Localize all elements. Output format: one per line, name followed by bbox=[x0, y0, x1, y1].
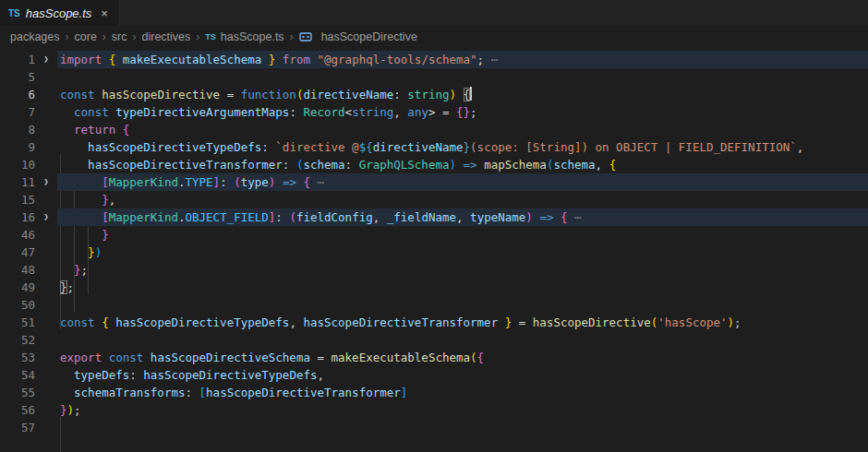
code-line[interactable]: 11❯ [MapperKind.TYPE]: (type) => { ⋯ bbox=[0, 173, 868, 191]
fold-gutter bbox=[35, 296, 57, 314]
code-text bbox=[57, 68, 60, 86]
code-line[interactable]: 6const hasScopeDirective = function(dire… bbox=[0, 86, 868, 103]
code-line[interactable]: 50 bbox=[0, 296, 868, 314]
breadcrumb-item-directives[interactable]: directives bbox=[141, 30, 192, 43]
breadcrumb-item-core[interactable]: core bbox=[74, 30, 98, 43]
typescript-file-icon: TS bbox=[205, 32, 216, 42]
code-text bbox=[57, 331, 60, 349]
line-number: 53 bbox=[0, 349, 35, 366]
code-line[interactable]: 48 }; bbox=[0, 261, 868, 279]
code-text: }; bbox=[57, 279, 74, 296]
code-text: [MapperKind.OBJECT_FIELD]: (fieldConfig,… bbox=[57, 208, 582, 226]
fold-gutter bbox=[35, 349, 57, 366]
code-text bbox=[57, 296, 60, 314]
line-number: 51 bbox=[0, 314, 35, 331]
fold-gutter bbox=[35, 244, 57, 261]
line-number: 54 bbox=[0, 366, 35, 384]
code-line[interactable]: 54 typeDefs: hasScopeDirectiveTypeDefs, bbox=[0, 366, 868, 384]
line-number: 47 bbox=[0, 244, 35, 261]
breadcrumb-item-symbol[interactable]: hasScopeDirective bbox=[298, 30, 418, 43]
code-line[interactable]: 7 const typeDirectiveArgumentMaps: Recor… bbox=[0, 103, 868, 121]
code-line[interactable]: 10 hasScopeDirectiveTransformer: (schema… bbox=[0, 156, 868, 173]
breadcrumb: packages › core › src › directives › TS … bbox=[0, 26, 868, 48]
code-line[interactable]: 52 bbox=[0, 331, 868, 349]
line-number: 9 bbox=[0, 138, 35, 156]
fold-gutter bbox=[35, 314, 57, 331]
breadcrumb-item-file[interactable]: TS hasScope.ts bbox=[204, 30, 284, 43]
breadcrumb-item-packages[interactable]: packages bbox=[9, 30, 61, 43]
code-line[interactable]: 46 } bbox=[0, 226, 868, 244]
code-text: return { bbox=[57, 121, 129, 138]
code-line[interactable]: 51const { hasScopeDirectiveTypeDefs, has… bbox=[0, 314, 868, 331]
fold-gutter bbox=[35, 86, 57, 103]
code-line[interactable]: 1❯import { makeExecutableSchema } from "… bbox=[0, 51, 868, 68]
code-text: }); bbox=[57, 401, 81, 419]
code-line[interactable]: 57 bbox=[0, 419, 868, 436]
code-text: }) bbox=[57, 244, 102, 261]
fold-gutter bbox=[35, 68, 57, 86]
fold-gutter bbox=[35, 331, 57, 349]
text-cursor bbox=[470, 87, 472, 101]
code-text bbox=[57, 419, 60, 436]
line-number: 56 bbox=[0, 401, 35, 419]
breadcrumb-separator: › bbox=[133, 30, 137, 43]
code-line[interactable]: 8 return { bbox=[0, 121, 868, 138]
line-number: 10 bbox=[0, 156, 35, 173]
fold-gutter bbox=[35, 261, 57, 279]
code-text: const hasScopeDirective = function(direc… bbox=[57, 86, 472, 103]
tab-hasScope[interactable]: TS hasScope.ts × bbox=[0, 0, 118, 26]
fold-chevron-icon[interactable]: ❯ bbox=[35, 173, 57, 191]
code-text: } bbox=[57, 226, 109, 244]
line-number: 48 bbox=[0, 261, 35, 279]
code-text: hasScopeDirectiveTransformer: (schema: G… bbox=[57, 156, 616, 173]
code-lines: 1❯import { makeExecutableSchema } from "… bbox=[0, 51, 868, 436]
code-line[interactable]: 47 }) bbox=[0, 244, 868, 261]
line-number: 15 bbox=[0, 191, 35, 208]
code-text: import { makeExecutableSchema } from "@g… bbox=[57, 51, 498, 68]
tab-title: hasScope.ts bbox=[26, 6, 92, 20]
typescript-file-icon: TS bbox=[8, 8, 20, 18]
line-number: 11 bbox=[0, 173, 35, 191]
tab-bar: TS hasScope.ts × bbox=[0, 0, 868, 26]
code-text: const { hasScopeDirectiveTypeDefs, hasSc… bbox=[57, 314, 741, 331]
code-line[interactable]: 56}); bbox=[0, 401, 868, 419]
line-number: 1 bbox=[0, 51, 35, 68]
fold-chevron-icon[interactable]: ❯ bbox=[35, 51, 57, 68]
code-line[interactable]: 15 }, bbox=[0, 191, 868, 208]
breadcrumb-item-src[interactable]: src bbox=[111, 30, 128, 43]
fold-gutter bbox=[35, 366, 57, 384]
code-line[interactable]: 16❯ [MapperKind.OBJECT_FIELD]: (fieldCon… bbox=[0, 208, 868, 226]
breadcrumb-separator: › bbox=[66, 30, 69, 43]
code-text: }; bbox=[57, 261, 88, 279]
fold-gutter bbox=[35, 401, 57, 419]
breadcrumb-separator: › bbox=[102, 30, 106, 43]
line-number: 52 bbox=[0, 331, 35, 349]
code-line[interactable]: 53export const hasScopeDirectiveSchema =… bbox=[0, 349, 868, 366]
line-number: 7 bbox=[0, 103, 35, 121]
close-icon[interactable]: × bbox=[101, 7, 108, 19]
code-text: hasScopeDirectiveTypeDefs: `directive @$… bbox=[57, 138, 803, 156]
code-text: typeDefs: hasScopeDirectiveTypeDefs, bbox=[57, 366, 324, 384]
line-number: 16 bbox=[0, 208, 35, 226]
code-text: export const hasScopeDirectiveSchema = m… bbox=[57, 349, 484, 366]
code-line[interactable]: 55 schemaTransforms: [hasScopeDirectiveT… bbox=[0, 384, 868, 401]
line-number: 5 bbox=[0, 68, 35, 86]
fold-gutter bbox=[35, 384, 57, 401]
breadcrumb-symbol-label: hasScopeDirective bbox=[321, 30, 417, 43]
code-line[interactable]: 5 bbox=[0, 68, 868, 86]
fold-gutter bbox=[35, 191, 57, 208]
code-line[interactable]: 9 hasScopeDirectiveTypeDefs: `directive … bbox=[0, 138, 868, 156]
code-line[interactable]: 49}; bbox=[0, 279, 868, 296]
line-number: 46 bbox=[0, 226, 35, 244]
code-editor[interactable]: 1❯import { makeExecutableSchema } from "… bbox=[0, 48, 868, 452]
breadcrumb-file-label: hasScope.ts bbox=[221, 30, 284, 43]
fold-gutter bbox=[35, 138, 57, 156]
line-number: 50 bbox=[0, 296, 35, 314]
fold-gutter bbox=[35, 279, 57, 296]
code-text: schemaTransforms: [hasScopeDirectiveTran… bbox=[57, 384, 407, 401]
line-number: 55 bbox=[0, 384, 35, 401]
code-text: [MapperKind.TYPE]: (type) => { ⋯ bbox=[57, 173, 324, 191]
breadcrumb-separator: › bbox=[290, 30, 294, 43]
code-text: const typeDirectiveArgumentMaps: Record<… bbox=[57, 103, 477, 121]
fold-chevron-icon[interactable]: ❯ bbox=[35, 208, 57, 226]
